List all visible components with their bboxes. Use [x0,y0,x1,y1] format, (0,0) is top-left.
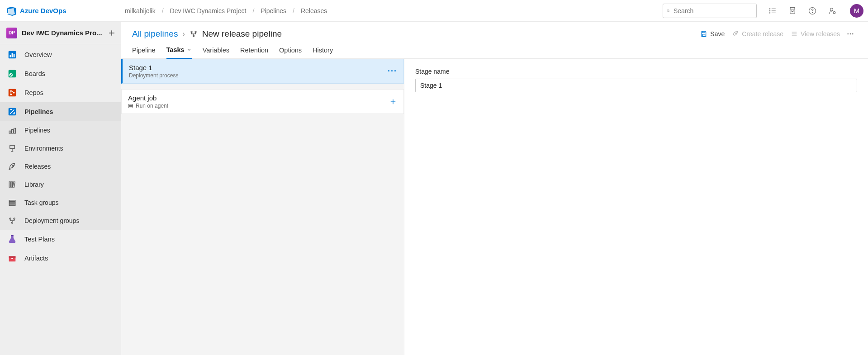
top-icons: M [768,4,863,18]
tab-label: Variables [203,47,229,54]
sidebar-item-artifacts[interactable]: Artifacts [0,249,121,268]
logo-group[interactable]: Azure DevOps [5,5,119,16]
repos-icon [7,88,17,98]
svg-rect-48 [703,31,705,33]
project-header[interactable]: DP Dev IWC Dynamics Pro... [0,22,121,44]
subnav-label: Environments [24,145,63,152]
breadcrumb-sep: / [293,7,294,14]
stage-card[interactable]: Stage 1 Deployment process ··· [121,59,404,84]
svg-rect-18 [9,70,16,78]
job-subtitle: Run on agent [136,103,168,109]
view-releases-label: View releases [801,30,840,38]
pipelines-icon [7,107,17,117]
svg-rect-37 [9,204,15,206]
tab-options[interactable]: Options [279,46,302,58]
work-items-icon[interactable] [768,7,777,15]
svg-rect-25 [9,131,11,133]
breadcrumb-org[interactable]: milkabijelik [125,7,156,14]
stage-title: Stage 1 [129,64,178,71]
tab-tasks[interactable]: Tasks [166,46,192,59]
subnav-deployment-groups[interactable]: Deployment groups [0,212,121,230]
subnav-pipelines[interactable]: Pipelines [0,121,121,139]
sidebar-item-pipelines[interactable]: Pipelines [0,102,121,121]
breadcrumb-area[interactable]: Pipelines [261,7,286,14]
plus-icon [389,98,397,106]
breadcrumb-page[interactable]: Releases [301,7,327,14]
subnav-releases[interactable]: Releases [0,157,121,175]
agent-job-card[interactable]: Agent job Run on agent [121,89,404,114]
svg-rect-16 [12,53,13,57]
list-icon [791,30,798,38]
help-icon[interactable] [808,7,816,15]
search-box[interactable] [663,4,757,18]
svg-point-50 [735,33,737,34]
tab-history[interactable]: History [313,46,333,58]
stage-subtitle: Deployment process [129,72,178,79]
task-groups-icon [7,198,17,208]
svg-point-0 [667,9,669,11]
svg-rect-17 [14,54,15,57]
sidebar-item-label: Artifacts [24,255,48,262]
svg-line-1 [669,11,669,12]
breadcrumb-project[interactable]: Dev IWC Dynamics Project [170,7,247,14]
avatar-initial: M [854,7,860,14]
project-badge: DP [6,28,17,38]
svg-rect-26 [12,130,14,133]
tab-variables[interactable]: Variables [203,46,229,58]
svg-rect-28 [10,145,15,149]
breadcrumb-sep: / [252,7,254,14]
user-settings-icon[interactable] [828,7,836,15]
sidebar-item-boards[interactable]: Boards [0,64,121,83]
svg-point-55 [850,33,851,35]
svg-rect-20 [9,89,16,97]
subnav-library[interactable]: Library [0,175,121,194]
chevron-down-icon [186,47,192,52]
marketplace-icon[interactable] [788,7,797,15]
overview-icon [7,50,17,60]
brand-label: Azure DevOps [20,7,66,14]
svg-point-22 [10,94,12,95]
sidebar-item-test-plans[interactable]: Test Plans [0,230,121,249]
all-pipelines-link[interactable]: All pipelines [132,29,178,39]
stage-name-input[interactable] [415,79,857,92]
svg-point-11 [833,11,835,14]
subnav-task-groups[interactable]: Task groups [0,194,121,212]
tab-retention[interactable]: Retention [240,46,268,58]
subnav-label: Deployment groups [24,217,79,224]
tab-pipeline[interactable]: Pipeline [132,46,156,58]
environments-icon [7,143,17,153]
job-title: Agent job [128,94,168,102]
svg-rect-57 [129,104,133,105]
stage-more-button[interactable]: ··· [388,66,397,76]
save-button[interactable]: Save [697,28,728,39]
create-release-label: Create release [742,30,783,38]
save-label: Save [710,30,725,38]
subnav-environments[interactable]: Environments [0,139,121,157]
breadcrumb: milkabijelik / Dev IWC Dynamics Project … [125,7,327,14]
deployment-groups-icon [190,30,198,38]
boards-icon [7,69,17,79]
sidebar: DP Dev IWC Dynamics Pro... Overview Boar… [0,22,121,355]
sidebar-item-overview[interactable]: Overview [0,45,121,64]
svg-point-6 [769,10,770,11]
more-actions-button[interactable] [844,28,857,40]
detail-panel: Stage name [404,59,868,355]
ellipsis-icon [846,30,854,38]
subnav-label: Releases [24,163,51,170]
test-plans-icon [7,234,17,244]
tasks-column: Stage 1 Deployment process ··· Agent job… [121,59,404,355]
avatar[interactable]: M [850,4,863,18]
search-icon [667,8,670,14]
search-input[interactable] [674,7,753,14]
library-icon [7,180,17,189]
sidebar-item-label: Overview [24,51,52,58]
svg-point-47 [193,35,194,37]
svg-point-10 [830,8,833,11]
new-item-icon[interactable] [107,28,116,38]
sidebar-item-repos[interactable]: Repos [0,83,121,102]
svg-rect-36 [9,202,15,204]
svg-point-56 [852,33,854,35]
workspace: Stage 1 Deployment process ··· Agent job… [121,59,868,355]
svg-rect-44 [11,258,13,259]
add-task-button[interactable] [389,98,397,106]
